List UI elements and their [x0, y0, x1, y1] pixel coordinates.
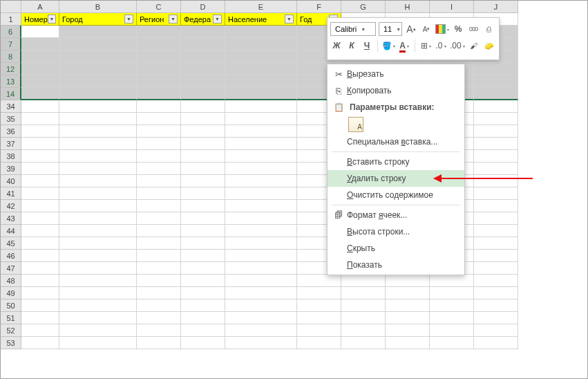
cell-A46[interactable] — [21, 250, 59, 262]
cell-E50[interactable] — [225, 299, 297, 312]
cell-E49[interactable] — [225, 287, 297, 299]
cell-A37[interactable] — [21, 138, 59, 150]
row-header-7[interactable]: 7 — [1, 38, 21, 50]
cell-G51[interactable] — [341, 312, 386, 324]
cell-J46[interactable] — [474, 250, 518, 262]
cell-C34[interactable] — [137, 100, 181, 113]
cell-A40[interactable] — [21, 175, 59, 187]
cell-C46[interactable] — [137, 250, 181, 262]
cell-E6[interactable] — [225, 26, 297, 38]
cell-E39[interactable] — [225, 163, 297, 175]
cell-A42[interactable] — [21, 200, 59, 212]
row-header-45[interactable]: 45 — [1, 237, 21, 250]
row-header-39[interactable]: 39 — [1, 163, 21, 175]
cell-I48[interactable] — [430, 275, 474, 287]
cell-D8[interactable] — [181, 50, 225, 63]
cell-B1[interactable]: Город▼ — [59, 13, 137, 26]
cell-E37[interactable] — [225, 138, 297, 150]
cell-D13[interactable] — [181, 75, 225, 88]
cell-B34[interactable] — [59, 100, 137, 113]
cell-B38[interactable] — [59, 150, 137, 163]
cell-D37[interactable] — [181, 138, 225, 150]
cell-J35[interactable] — [474, 113, 518, 125]
cell-D51[interactable] — [181, 312, 225, 324]
cell-C41[interactable] — [137, 187, 181, 200]
menu-insert-row[interactable]: Вставить строку — [328, 154, 464, 170]
cell-G50[interactable] — [341, 299, 386, 312]
cell-B8[interactable] — [59, 50, 137, 63]
cell-A44[interactable] — [21, 225, 59, 237]
font-size-combo[interactable]: 11▼ — [379, 22, 402, 36]
cell-D7[interactable] — [181, 38, 225, 50]
cell-D34[interactable] — [181, 100, 225, 113]
cell-H50[interactable] — [386, 299, 430, 312]
cell-C35[interactable] — [137, 113, 181, 125]
cell-D42[interactable] — [181, 200, 225, 212]
filter-button-C[interactable]: ▼ — [169, 15, 178, 24]
cell-D47[interactable] — [181, 262, 225, 275]
cell-B40[interactable] — [59, 175, 137, 187]
cell-I49[interactable] — [430, 287, 474, 299]
cell-E45[interactable] — [225, 237, 297, 250]
cell-C40[interactable] — [137, 175, 181, 187]
cell-H51[interactable] — [386, 312, 430, 324]
cell-J43[interactable] — [474, 212, 518, 225]
row-header-51[interactable]: 51 — [1, 312, 21, 324]
cell-J50[interactable] — [474, 299, 518, 312]
cell-J47[interactable] — [474, 262, 518, 275]
cell-A41[interactable] — [21, 187, 59, 200]
percent-format-button[interactable] — [452, 22, 464, 36]
decrease-font-icon[interactable] — [420, 22, 433, 36]
col-header-B[interactable]: B — [59, 1, 137, 13]
cell-B50[interactable] — [59, 299, 137, 312]
cell-D39[interactable] — [181, 163, 225, 175]
font-name-combo[interactable]: Calibri▼ — [330, 22, 376, 36]
cell-A49[interactable] — [21, 287, 59, 299]
decrease-decimal-button[interactable]: .0 — [435, 39, 447, 53]
cell-C49[interactable] — [137, 287, 181, 299]
cell-B43[interactable] — [59, 212, 137, 225]
cell-E53[interactable] — [225, 337, 297, 349]
filter-button-E[interactable]: ▼ — [285, 15, 294, 24]
cell-B37[interactable] — [59, 138, 137, 150]
cell-H48[interactable] — [386, 275, 430, 287]
cell-E8[interactable] — [225, 50, 297, 63]
cell-A38[interactable] — [21, 150, 59, 163]
cell-G53[interactable] — [341, 337, 386, 349]
cell-A6[interactable] — [21, 26, 59, 38]
cell-E14[interactable] — [225, 88, 297, 100]
font-color-button[interactable] — [398, 39, 410, 53]
cell-A53[interactable] — [21, 337, 59, 349]
cell-B47[interactable] — [59, 262, 137, 275]
cell-A1[interactable]: Номер▼ — [21, 13, 59, 26]
row-header-47[interactable]: 47 — [1, 262, 21, 275]
cell-J13[interactable] — [474, 75, 518, 88]
cell-E42[interactable] — [225, 200, 297, 212]
row-header-14[interactable]: 14 — [1, 88, 21, 100]
cell-J34[interactable] — [474, 100, 518, 113]
cell-B48[interactable] — [59, 275, 137, 287]
cell-A35[interactable] — [21, 113, 59, 125]
cell-A43[interactable] — [21, 212, 59, 225]
menu-clear-contents[interactable]: Очистить содержимое — [328, 187, 464, 203]
cell-J52[interactable] — [474, 324, 518, 337]
clear-format-button[interactable] — [483, 39, 495, 53]
cell-E52[interactable] — [225, 324, 297, 337]
cell-J36[interactable] — [474, 125, 518, 138]
row-header-42[interactable]: 42 — [1, 200, 21, 212]
borders-button[interactable] — [419, 39, 432, 53]
row-header-50[interactable]: 50 — [1, 299, 21, 312]
cell-C36[interactable] — [137, 125, 181, 138]
cell-J41[interactable] — [474, 187, 518, 200]
italic-button[interactable]: К — [345, 39, 358, 53]
cell-C43[interactable] — [137, 212, 181, 225]
select-all-corner[interactable] — [1, 1, 21, 13]
cell-A7[interactable] — [21, 38, 59, 50]
cell-F52[interactable] — [297, 324, 341, 337]
col-header-F[interactable]: F — [297, 1, 341, 13]
cell-D6[interactable] — [181, 26, 225, 38]
cell-D35[interactable] — [181, 113, 225, 125]
cell-D53[interactable] — [181, 337, 225, 349]
row-header-43[interactable]: 43 — [1, 212, 21, 225]
cell-A36[interactable] — [21, 125, 59, 138]
